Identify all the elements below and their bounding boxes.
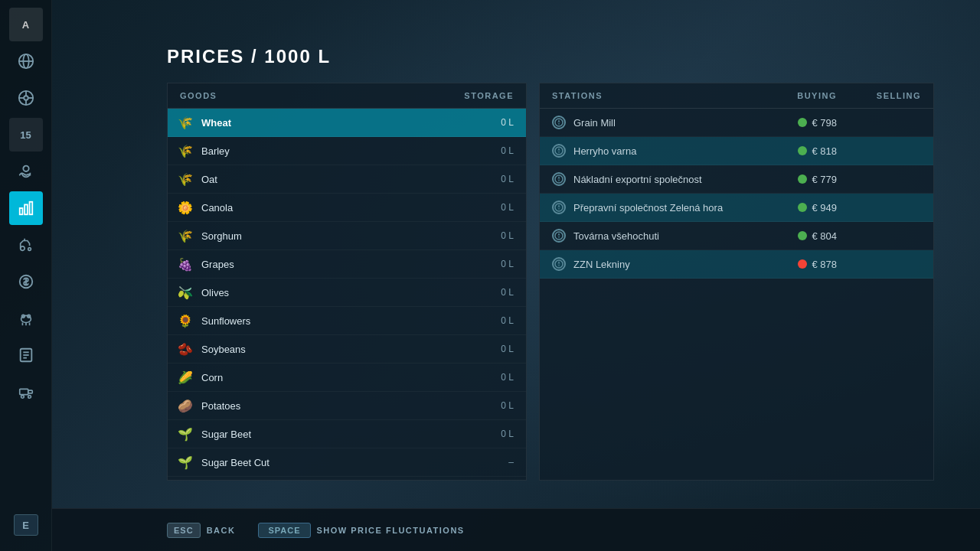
goods-name-grapes: Grapes [201, 259, 234, 270]
goods-storage-sorghum: 0 L [501, 230, 514, 241]
station-buying-dot-prepravni-spolecnost [798, 203, 807, 212]
station-buying-prepravni-spolecnost: € 949 [753, 202, 837, 214]
station-name-nakladni-exportni: Nákladní exportní společnost [573, 174, 702, 185]
goods-icon-oat: 🌾 [177, 171, 194, 187]
station-buying-grain-mill: € 798 [753, 117, 837, 129]
goods-row-sugar-beet[interactable]: 🌱Sugar Beet0 L [168, 420, 526, 448]
goods-icon-wheat: 🌾 [177, 114, 194, 131]
station-row-nakladni-exportni[interactable]: Nákladní exportní společnost€ 779 [540, 165, 933, 194]
goods-name-sunflowers: Sunflowers [201, 315, 250, 327]
goods-name-canola: Canola [201, 202, 233, 214]
back-key-btn[interactable]: ESC BACK [167, 523, 235, 538]
goods-icon-potatoes: 🥔 [177, 397, 194, 414]
station-buying-price-prepravni-spolecnost: € 949 [812, 202, 837, 214]
goods-row-barley[interactable]: 🌾Barley0 L [168, 137, 526, 165]
svg-marker-32 [558, 122, 560, 126]
station-buying-dot-grain-mill [798, 118, 807, 127]
goods-table-header: GOODS STORAGE [168, 83, 526, 109]
goods-storage-corn: 0 L [501, 372, 514, 383]
selling-column-header: SELLING [837, 91, 921, 100]
page-title: PRICES / 1000 L [167, 46, 934, 67]
station-buying-dot-zzn-lekniny [798, 259, 807, 269]
sidebar-icon-notes[interactable] [9, 338, 43, 372]
goods-row-sorghum[interactable]: 🌾Sorghum0 L [168, 222, 526, 250]
svg-rect-27 [28, 390, 32, 393]
station-row-herryho-varna[interactable]: Herryho varna€ 818 [540, 137, 933, 165]
svg-marker-35 [558, 151, 560, 154]
sidebar-icon-tractor[interactable] [9, 228, 43, 262]
goods-table: GOODS STORAGE 🌾Wheat0 L🌾Barley0 L🌾Oat0 L… [167, 83, 527, 481]
sidebar-icon-chart[interactable] [9, 191, 43, 225]
station-nav-icon-tovarna-vsehochuti [552, 229, 566, 243]
main-content: PRICES / 1000 L GOODS STORAGE 🌾Wheat0 L🌾… [52, 0, 980, 551]
goods-row-wheat[interactable]: 🌾Wheat0 L [168, 109, 526, 137]
goods-icon-barley: 🌾 [177, 142, 194, 159]
fluctuations-label: SHOW PRICE FLUCTUATIONS [317, 526, 465, 535]
goods-icon-olives: 🫒 [177, 284, 194, 301]
goods-name-sugar-beet: Sugar Beet [201, 429, 251, 440]
esc-key-badge[interactable]: ESC [167, 523, 201, 538]
sidebar-icon-wheel[interactable] [9, 81, 43, 115]
goods-row-oat[interactable]: 🌾Oat0 L [168, 165, 526, 194]
station-name-zzn-lekniny: ZZN Lekniny [573, 259, 630, 270]
goods-row-grapes[interactable]: 🍇Grapes0 L [168, 250, 526, 279]
sidebar-icon-globe[interactable] [9, 44, 43, 78]
goods-row-soybeans[interactable]: 🫘Soybeans0 L [168, 335, 526, 364]
space-key-badge[interactable]: SPACE [258, 523, 310, 538]
station-buying-dot-nakladni-exportni [798, 174, 807, 184]
station-nav-icon-grain-mill [552, 116, 566, 129]
sidebar-icon-cow[interactable] [9, 302, 43, 335]
goods-icon-canola: 🌼 [177, 199, 194, 216]
sidebar-icon-weather[interactable] [9, 155, 43, 188]
station-nav-icon-zzn-lekniny [552, 257, 566, 271]
goods-storage-olives: 0 L [501, 287, 514, 298]
station-buying-price-nakladni-exportni: € 779 [812, 174, 837, 185]
stations-column-header: STATIONS [552, 91, 753, 100]
goods-storage-sugar-beet-cut: – [508, 457, 514, 468]
goods-storage-soybeans: 0 L [501, 344, 514, 354]
goods-icon-sunflowers: 🌻 [177, 312, 194, 329]
sidebar: A 15 [0, 0, 52, 551]
fluctuations-key-btn[interactable]: SPACE SHOW PRICE FLUCTUATIONS [258, 523, 464, 538]
goods-storage-potatoes: 0 L [501, 400, 514, 411]
storage-column-header: STORAGE [464, 91, 514, 100]
sidebar-icon-calendar[interactable]: 15 [9, 118, 43, 152]
bottom-bar: ESC BACK SPACE SHOW PRICE FLUCTUATIONS [52, 508, 980, 551]
station-row-grain-mill[interactable]: Grain Mill€ 798 [540, 109, 933, 137]
svg-marker-37 [558, 176, 560, 179]
svg-marker-38 [558, 179, 560, 182]
goods-name-potatoes: Potatoes [201, 400, 240, 412]
goods-row-canola[interactable]: 🌼Canola0 L [168, 194, 526, 222]
station-row-prepravni-spolecnost[interactable]: Přepravní společnost Zelená hora€ 949 [540, 194, 933, 222]
tables-container: GOODS STORAGE 🌾Wheat0 L🌾Barley0 L🌾Oat0 L… [167, 83, 934, 481]
station-name-herryho-varna: Herryho varna [573, 145, 636, 157]
svg-marker-34 [558, 148, 560, 151]
goods-row-potatoes[interactable]: 🥔Potatoes0 L [168, 392, 526, 420]
svg-rect-11 [24, 204, 28, 214]
station-row-tovarna-vsehochuti[interactable]: Továrna všehochuti€ 804 [540, 222, 933, 250]
goods-storage-oat: 0 L [501, 174, 514, 184]
goods-row-corn[interactable]: 🌽Corn0 L [168, 364, 526, 392]
goods-icon-sugar-beet: 🌱 [177, 425, 194, 442]
goods-storage-sunflowers: 0 L [501, 315, 514, 326]
buying-column-header: BUYING [753, 91, 837, 100]
goods-list[interactable]: 🌾Wheat0 L🌾Barley0 L🌾Oat0 L🌼Canola0 L🌾Sor… [168, 109, 526, 480]
svg-point-28 [21, 396, 24, 399]
station-row-zzn-lekniny[interactable]: ZZN Lekniny€ 878 [540, 250, 933, 279]
svg-marker-40 [558, 204, 560, 207]
goods-row-sunflowers[interactable]: 🌻Sunflowers0 L [168, 307, 526, 335]
stations-table: STATIONS BUYING SELLING Grain Mill€ 798 … [539, 83, 934, 481]
sidebar-icon-machine[interactable] [9, 375, 43, 409]
goods-storage-canola: 0 L [501, 202, 514, 213]
goods-icon-sugar-beet-cut: 🌱 [177, 454, 194, 471]
svg-point-16 [21, 315, 31, 322]
sidebar-icon-coin[interactable] [9, 265, 43, 298]
svg-rect-26 [19, 389, 28, 394]
goods-row-sugar-beet-cut[interactable]: 🌱Sugar Beet Cut– [168, 448, 526, 477]
goods-row-olives[interactable]: 🫒Olives0 L [168, 279, 526, 307]
goods-icon-corn: 🌽 [177, 369, 194, 386]
station-buying-price-tovarna-vsehochuti: € 804 [812, 230, 837, 242]
station-buying-nakladni-exportni: € 779 [753, 174, 837, 185]
goods-icon-sorghum: 🌾 [177, 227, 194, 244]
goods-storage-barley: 0 L [501, 145, 514, 156]
